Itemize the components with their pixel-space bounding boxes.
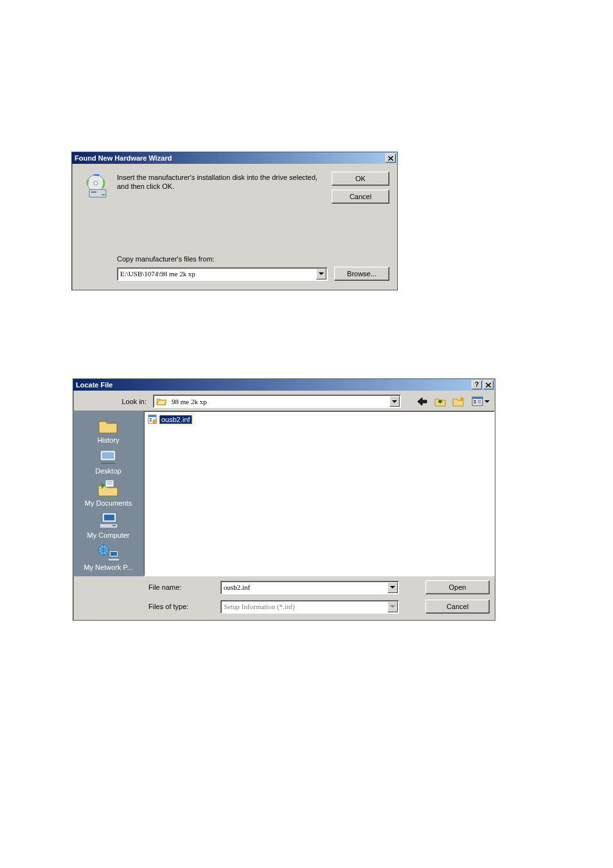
filetype-combo bbox=[220, 600, 399, 614]
places-mynetwork[interactable]: My Network P... bbox=[84, 543, 132, 571]
svg-point-29 bbox=[154, 421, 155, 422]
ok-button[interactable]: OK bbox=[332, 172, 389, 186]
svg-rect-26 bbox=[150, 418, 152, 420]
svg-rect-11 bbox=[477, 400, 481, 402]
install-disk-icon bbox=[85, 174, 111, 200]
lookin-combo[interactable] bbox=[153, 394, 401, 408]
places-label: My Computer bbox=[87, 531, 129, 539]
combo-dropdown-button[interactable] bbox=[316, 269, 326, 279]
close-button[interactable] bbox=[386, 154, 396, 163]
titlebar[interactable]: Found New Hardware Wizard bbox=[72, 152, 397, 164]
close-icon bbox=[388, 156, 393, 161]
copy-from-combo[interactable] bbox=[117, 267, 328, 281]
combo-dropdown-button[interactable] bbox=[387, 582, 398, 593]
open-folder-icon bbox=[156, 397, 166, 406]
desktop-icon bbox=[97, 448, 119, 466]
chevron-down-icon bbox=[390, 605, 395, 608]
computer-icon bbox=[97, 511, 120, 530]
cancel-button[interactable]: Cancel bbox=[425, 599, 490, 614]
svg-rect-5 bbox=[91, 191, 96, 193]
places-bar: History Desktop My Documents My Computer… bbox=[73, 411, 143, 576]
window-title: Found New Hardware Wizard bbox=[75, 154, 172, 162]
help-button[interactable]: ? bbox=[472, 380, 482, 389]
places-mycomputer[interactable]: My Computer bbox=[87, 511, 129, 539]
close-button[interactable] bbox=[483, 380, 493, 389]
svg-rect-9 bbox=[474, 400, 476, 402]
chevron-down-icon bbox=[319, 272, 324, 275]
cancel-button[interactable]: Cancel bbox=[332, 190, 389, 204]
browse-button[interactable]: Browse... bbox=[334, 267, 389, 281]
network-icon bbox=[96, 543, 121, 562]
places-desktop[interactable]: Desktop bbox=[95, 448, 121, 475]
open-button[interactable]: Open bbox=[425, 580, 490, 594]
svg-rect-27 bbox=[150, 420, 152, 421]
filename-label: File name: bbox=[148, 583, 213, 591]
instruction-text: Insert the manufacturer's installation d… bbox=[117, 170, 332, 204]
file-item[interactable]: ousb2.inf bbox=[147, 414, 193, 425]
svg-rect-14 bbox=[102, 452, 114, 459]
lookin-label: Look in: bbox=[78, 398, 149, 405]
folder-icon bbox=[97, 416, 119, 435]
svg-rect-12 bbox=[477, 402, 481, 403]
copy-from-label: Copy manufacturer's files from: bbox=[117, 255, 389, 263]
filetype-input bbox=[221, 603, 387, 610]
chevron-down-icon bbox=[390, 586, 395, 589]
combo-dropdown-button[interactable] bbox=[389, 396, 400, 407]
combo-dropdown-button bbox=[387, 601, 398, 612]
file-name: ousb2.inf bbox=[159, 415, 192, 424]
places-mydocuments[interactable]: My Documents bbox=[85, 479, 132, 507]
locate-file-dialog: Locate File ? Look in: bbox=[73, 378, 495, 621]
toolbar: Look in: bbox=[73, 391, 495, 411]
close-icon bbox=[486, 383, 491, 387]
places-label: My Documents bbox=[85, 499, 132, 507]
svg-rect-23 bbox=[108, 558, 120, 561]
svg-rect-25 bbox=[148, 415, 156, 417]
up-one-level-icon[interactable] bbox=[434, 396, 446, 407]
places-history[interactable]: History bbox=[97, 416, 119, 444]
file-list[interactable]: ousb2.inf bbox=[143, 411, 495, 576]
help-icon: ? bbox=[475, 382, 479, 388]
places-label: My Network P... bbox=[84, 563, 132, 571]
filename-combo[interactable] bbox=[220, 581, 399, 594]
places-label: History bbox=[97, 436, 119, 444]
lookin-input[interactable] bbox=[169, 398, 389, 405]
filetype-label: Files of type: bbox=[148, 603, 213, 610]
mydocuments-icon bbox=[96, 479, 120, 498]
new-folder-icon[interactable] bbox=[452, 396, 465, 407]
places-label: Desktop bbox=[95, 467, 121, 475]
chevron-down-icon bbox=[484, 400, 490, 403]
svg-rect-22 bbox=[111, 552, 117, 556]
svg-rect-10 bbox=[474, 402, 476, 403]
filename-input[interactable] bbox=[221, 583, 387, 591]
svg-rect-19 bbox=[112, 525, 116, 526]
titlebar[interactable]: Locate File ? bbox=[73, 379, 495, 391]
found-new-hardware-dialog: Found New Hardware Wizard Insert the man… bbox=[71, 152, 398, 290]
views-icon[interactable] bbox=[472, 396, 490, 406]
copy-from-input[interactable] bbox=[118, 270, 315, 278]
svg-rect-4 bbox=[89, 190, 106, 197]
inf-file-icon bbox=[148, 414, 157, 424]
svg-rect-6 bbox=[102, 194, 105, 195]
back-icon[interactable] bbox=[416, 396, 428, 407]
svg-rect-17 bbox=[104, 515, 114, 520]
chevron-down-icon bbox=[392, 400, 397, 403]
window-title: Locate File bbox=[76, 381, 112, 389]
svg-point-3 bbox=[94, 181, 98, 185]
svg-rect-8 bbox=[472, 397, 483, 399]
